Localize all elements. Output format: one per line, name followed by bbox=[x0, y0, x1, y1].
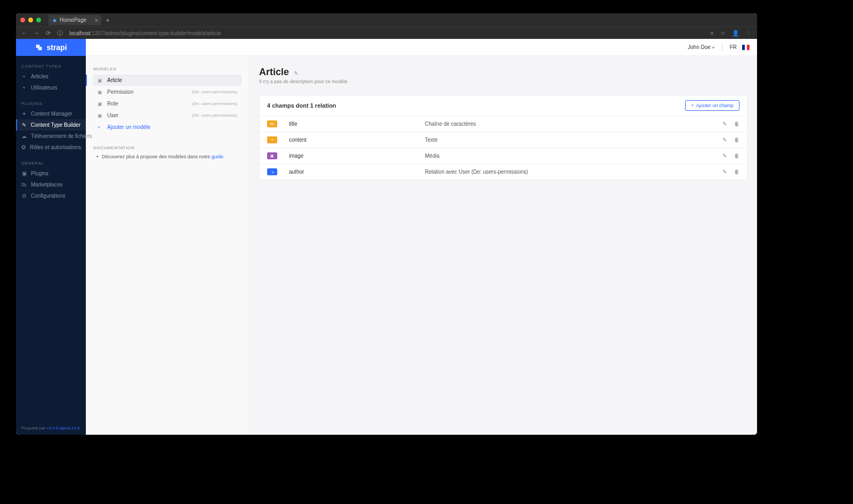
edit-icon[interactable]: ✎ bbox=[722, 121, 727, 127]
edit-icon[interactable]: ✎ bbox=[722, 169, 727, 175]
new-tab-button[interactable]: + bbox=[106, 16, 110, 25]
delete-icon[interactable]: 🗑 bbox=[734, 153, 739, 159]
cube-icon: ▣ bbox=[98, 101, 103, 107]
browser-chrome: ◆ HomePage × + ← → ⟳ ⓘ localhost:1337/ad… bbox=[16, 13, 757, 39]
model-item[interactable]: ▣User(De: users-permissions) bbox=[93, 110, 242, 121]
fields-card: 4 champs dont 1 relation + Ajouter un ch… bbox=[259, 95, 747, 180]
add-model-button[interactable]: + Ajouter un modèle bbox=[93, 121, 242, 133]
profile-icon[interactable]: 👤 bbox=[732, 30, 739, 37]
sidebar-item-icon: • bbox=[21, 74, 27, 79]
field-name: content bbox=[289, 137, 425, 143]
field-type-badge: ▣ bbox=[267, 152, 277, 159]
user-menu[interactable]: John Doe ▾ bbox=[688, 44, 714, 50]
model-item[interactable]: ▣Permission(De: users-permissions) bbox=[93, 86, 242, 97]
model-name: Article bbox=[107, 77, 122, 83]
edit-icon[interactable]: ✎ bbox=[722, 137, 727, 143]
url-host: localhost bbox=[69, 30, 90, 36]
field-type-badge: Ab bbox=[267, 120, 277, 127]
model-item[interactable]: ▣Article bbox=[93, 75, 242, 86]
star-icon[interactable]: ☆ bbox=[720, 30, 726, 37]
sidebar-item[interactable]: 🛍Marketplaces bbox=[16, 179, 86, 190]
menu-icon[interactable]: ⋮ bbox=[746, 30, 752, 37]
forward-icon[interactable]: → bbox=[34, 30, 39, 36]
lang-label[interactable]: FR bbox=[730, 44, 737, 50]
sidebar-item-label: Utilisateurs bbox=[31, 85, 57, 91]
cube-icon: ▣ bbox=[98, 90, 103, 95]
sidebar-item[interactable]: ⚙Configurations bbox=[16, 190, 86, 201]
back-icon[interactable]: ← bbox=[21, 30, 27, 36]
sidebar-item-label: Marketplaces bbox=[31, 182, 62, 188]
browser-tab[interactable]: ◆ HomePage × bbox=[49, 15, 101, 25]
window-controls[interactable] bbox=[20, 18, 41, 22]
brand-logo[interactable]: strapi bbox=[16, 39, 86, 56]
field-row[interactable]: ↘authorRelation avec User (De: users-per… bbox=[260, 164, 747, 180]
add-field-button[interactable]: + Ajouter un champ bbox=[685, 100, 739, 111]
sidebar-item[interactable]: ☁Téléversement de fichiers bbox=[16, 131, 86, 142]
cube-icon: ▣ bbox=[98, 78, 103, 83]
sidebar-item-label: Articles bbox=[31, 74, 49, 79]
delete-icon[interactable]: 🗑 bbox=[734, 121, 739, 127]
model-source: (De: users-permissions) bbox=[192, 90, 237, 94]
app-frame: strapi CONTENT TYPES•Articles•Utilisateu… bbox=[16, 39, 757, 435]
field-type: Relation avec User (De: users-permission… bbox=[425, 169, 715, 175]
plus-icon: + bbox=[691, 103, 694, 108]
reload-icon[interactable]: ⟳ bbox=[46, 30, 51, 37]
sidebar-item-label: Content Type Builder bbox=[31, 122, 81, 128]
url-path: :1337/admin/plugins/content-type-builder… bbox=[90, 30, 221, 36]
edit-title-icon[interactable]: ✎ bbox=[294, 70, 298, 76]
sidebar-section-title: CONTENT TYPES bbox=[16, 62, 86, 71]
field-name: title bbox=[289, 121, 425, 127]
sidebar-item[interactable]: ✦Content Manager bbox=[16, 108, 86, 119]
favicon-icon: ◆ bbox=[53, 18, 57, 23]
field-type-badge: ↘ bbox=[267, 168, 277, 175]
model-name: Permission bbox=[107, 89, 133, 95]
plus-icon: + bbox=[98, 125, 103, 130]
tab-title: HomePage bbox=[60, 17, 86, 23]
sidebar-item-icon: ✎ bbox=[21, 122, 27, 128]
topbar: John Doe ▾ FR bbox=[86, 39, 757, 56]
models-panel: MODÈLES ▣Article▣Permission(De: users-pe… bbox=[86, 39, 250, 435]
sidebar: strapi CONTENT TYPES•Articles•Utilisateu… bbox=[16, 39, 86, 435]
sidebar-item[interactable]: •Utilisateurs bbox=[16, 82, 86, 93]
edit-icon[interactable]: ✎ bbox=[722, 153, 727, 159]
strapi-icon bbox=[35, 43, 43, 52]
brand-name: strapi bbox=[46, 43, 67, 52]
field-type: Texte bbox=[425, 137, 715, 143]
guide-link[interactable]: guide bbox=[212, 154, 223, 159]
sidebar-item-label: Plugins bbox=[31, 170, 49, 176]
page-description: Il n'y a pas de description pour ce modè… bbox=[259, 79, 747, 84]
sidebar-item[interactable]: •Articles bbox=[16, 71, 86, 82]
field-name: image bbox=[289, 153, 425, 159]
delete-icon[interactable]: 🗑 bbox=[734, 137, 739, 143]
sidebar-item[interactable]: ✎Content Type Builder bbox=[16, 119, 86, 131]
model-item[interactable]: ▣Role(De: users-permissions) bbox=[93, 98, 242, 109]
sidebar-item[interactable]: ✪Rôles et autorisations bbox=[16, 142, 86, 153]
maximize-icon[interactable] bbox=[36, 18, 41, 22]
sidebar-item-icon: ☁ bbox=[21, 133, 27, 139]
sidebar-item[interactable]: ▣Plugins bbox=[16, 168, 86, 179]
sidebar-item-icon: ▣ bbox=[21, 170, 27, 176]
page-title: Article ✎ bbox=[259, 67, 747, 78]
minimize-icon[interactable] bbox=[28, 18, 33, 22]
close-icon[interactable] bbox=[20, 18, 25, 22]
flag-fr-icon[interactable] bbox=[742, 45, 750, 50]
sidebar-item-icon: • bbox=[21, 85, 27, 91]
field-row[interactable]: ≡contentTexte✎🗑 bbox=[260, 132, 747, 148]
address-bar[interactable]: localhost:1337/admin/plugins/content-typ… bbox=[69, 30, 704, 36]
chevron-down-icon: ▾ bbox=[712, 45, 714, 50]
field-row[interactable]: ▣imageMédia✎🗑 bbox=[260, 148, 747, 164]
delete-icon[interactable]: 🗑 bbox=[734, 169, 739, 175]
sidebar-item-icon: ✦ bbox=[21, 111, 27, 117]
sidebar-item-label: Configurations bbox=[31, 193, 65, 199]
sidebar-item-icon: 🛍 bbox=[21, 182, 27, 188]
version-link[interactable]: v3.0.0-alpha.14.3 bbox=[47, 426, 80, 430]
main-content: Article ✎ Il n'y a pas de description po… bbox=[250, 39, 757, 435]
sidebar-item-label: Content Manager bbox=[31, 111, 72, 117]
close-tab-icon[interactable]: × bbox=[95, 17, 98, 23]
field-row[interactable]: AbtitleChaîne de caractères✎🗑 bbox=[260, 116, 747, 132]
sidebar-section-title: PLUGINS bbox=[16, 99, 86, 108]
sidebar-section-title: GÉNÉRAL bbox=[16, 159, 86, 168]
translate-icon[interactable]: ⊕ bbox=[710, 31, 714, 36]
documentation-heading: DOCUMENTATION bbox=[93, 145, 242, 150]
info-icon: ⓘ bbox=[57, 29, 63, 37]
